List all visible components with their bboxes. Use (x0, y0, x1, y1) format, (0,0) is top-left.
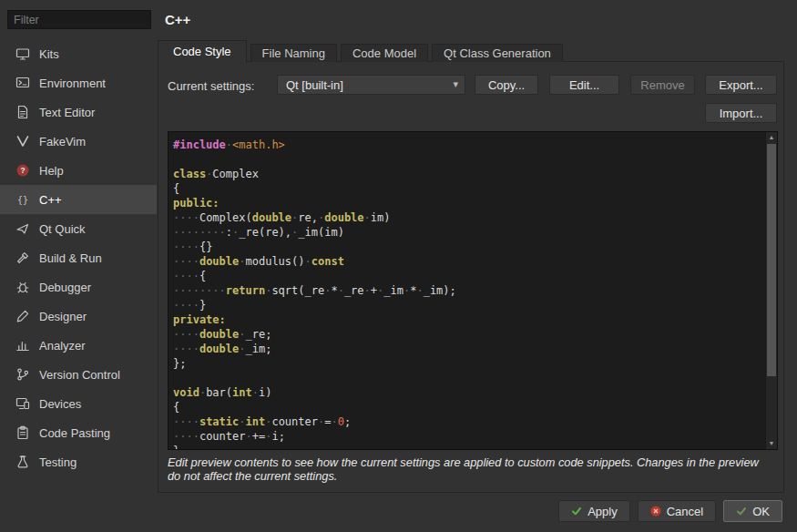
code-line: ····double·modulus()·const (173, 254, 765, 269)
sidebar-item-label: Analyzer (39, 339, 86, 353)
export-button[interactable]: Export... (705, 75, 777, 95)
sidebar-item-devices[interactable]: Devices (0, 389, 157, 418)
remove-button[interactable]: Remove (630, 75, 695, 95)
sidebar-item-label: Designer (39, 310, 87, 323)
designer-icon (15, 309, 30, 323)
ok-button-label: OK (752, 505, 770, 518)
settings-dropdown-value: Qt [built-in] (286, 78, 343, 92)
code-style-pane: Current settings: Qt [built-in] ▾ Copy..… (158, 61, 784, 493)
code-preview-editor[interactable]: #include·<math.h> class·Complex{public:·… (168, 131, 778, 450)
qt-quick-icon (15, 221, 30, 236)
code-line: ········:·_re(re),·_im(im) (173, 225, 765, 240)
kits-icon (15, 46, 30, 61)
page-title: C++ (165, 12, 190, 27)
apply-button-label: Apply (588, 505, 618, 518)
sidebar-item-cpp[interactable]: {}C++ (0, 185, 157, 214)
sidebar-item-label: Devices (39, 397, 81, 411)
sidebar-item-label: Qt Quick (39, 222, 86, 236)
tab-file-naming[interactable]: File Naming (250, 44, 337, 62)
code-line (173, 371, 765, 385)
help-icon: ? (15, 163, 30, 178)
current-settings-label: Current settings: (168, 79, 254, 93)
sidebar-item-label: Kits (39, 47, 59, 61)
code-line: ····{} (173, 240, 765, 254)
code-line: public: (173, 196, 765, 210)
scrollbar-down-icon[interactable]: ▼ (766, 438, 777, 449)
sidebar-item-label: Debugger (39, 281, 91, 294)
cancel-button[interactable]: Cancel (638, 500, 716, 522)
version-control-icon (15, 367, 30, 382)
sidebar-item-label: Testing (39, 455, 77, 469)
scrollbar-up-icon[interactable]: ▲ (766, 132, 777, 143)
sidebar: KitsEnvironmentText EditorFakeVim?Help{}… (0, 0, 158, 532)
sidebar-item-help[interactable]: ?Help (0, 156, 157, 185)
code-line: ····} (173, 298, 765, 312)
filter-input[interactable] (7, 10, 151, 29)
sidebar-item-analyzer[interactable]: Analyzer (0, 331, 157, 360)
code-line: } (173, 444, 765, 449)
devices-icon (15, 396, 30, 411)
sidebar-item-label: C++ (39, 193, 62, 207)
code-line: }; (173, 356, 765, 371)
sidebar-list: KitsEnvironmentText EditorFakeVim?Help{}… (0, 39, 157, 476)
copy-button[interactable]: Copy... (475, 75, 538, 95)
sidebar-item-label: Build & Run (39, 251, 102, 265)
settings-dropdown[interactable]: Qt [built-in] ▾ (277, 75, 465, 95)
sidebar-item-label: Code Pasting (39, 426, 110, 440)
options-dialog: { "header": { "title": "C++" }, "sidebar… (0, 0, 797, 532)
code-line: ····double·_im; (173, 342, 765, 356)
code-line: ····counter·+=·i; (173, 429, 765, 444)
code-preview-text[interactable]: #include·<math.h> class·Complex{public:·… (169, 132, 765, 449)
code-line: { (173, 181, 765, 196)
svg-text:{}: {} (17, 195, 28, 205)
preview-note: Edit preview contents to see how the cur… (168, 455, 772, 483)
editor-scrollbar[interactable]: ▲ ▼ (765, 132, 777, 449)
sidebar-item-fakevim[interactable]: FakeVim (0, 127, 157, 156)
code-line: private: (173, 312, 765, 327)
sidebar-item-version-control[interactable]: Version Control (0, 360, 157, 389)
ok-check-icon (736, 506, 747, 517)
debugger-icon (15, 280, 30, 294)
cpp-icon: {} (15, 192, 30, 207)
code-line: ····{ (173, 269, 765, 283)
sidebar-item-label: Environment (39, 77, 106, 90)
sidebar-item-debugger[interactable]: Debugger (0, 272, 157, 302)
build-run-icon (15, 251, 30, 265)
sidebar-item-qt-quick[interactable]: Qt Quick (0, 214, 157, 243)
code-line: void·bar(int·i) (173, 385, 765, 400)
dialog-buttons: Apply Cancel OK (558, 500, 782, 522)
apply-check-icon (571, 506, 582, 517)
tab-code-model[interactable]: Code Model (341, 44, 428, 62)
cancel-icon (650, 506, 661, 517)
code-pasting-icon (15, 425, 30, 440)
import-button[interactable]: Import... (705, 103, 777, 123)
sidebar-item-build-run[interactable]: Build & Run (0, 243, 157, 272)
tab-code-style[interactable]: Code Style (158, 40, 247, 63)
environment-icon (15, 76, 30, 90)
code-line: ····double·_re; (173, 327, 765, 342)
sidebar-item-code-pasting[interactable]: Code Pasting (0, 418, 157, 447)
sidebar-item-label: Text Editor (39, 106, 95, 119)
cancel-button-label: Cancel (667, 505, 703, 518)
apply-button[interactable]: Apply (558, 500, 630, 522)
sidebar-item-text-editor[interactable]: Text Editor (0, 97, 157, 127)
sidebar-item-label: FakeVim (39, 135, 86, 148)
ok-button[interactable]: OK (723, 500, 782, 522)
code-line: { (173, 400, 765, 414)
sidebar-item-testing[interactable]: Testing (0, 447, 157, 476)
edit-button[interactable]: Edit... (549, 75, 619, 95)
testing-icon (15, 455, 30, 469)
sidebar-item-label: Version Control (39, 368, 120, 382)
tab-bar: Code StyleFile NamingCode ModelQt Class … (158, 40, 563, 62)
sidebar-item-label: Help (39, 164, 64, 178)
scrollbar-thumb[interactable] (767, 144, 776, 376)
sidebar-item-kits[interactable]: Kits (0, 39, 157, 68)
chevron-down-icon: ▾ (453, 78, 458, 90)
sidebar-item-designer[interactable]: Designer (0, 302, 157, 331)
sidebar-item-environment[interactable]: Environment (0, 68, 157, 97)
code-line: #include·<math.h> (173, 138, 765, 152)
code-line: ········return·sqrt(_re·*·_re·+·_im·*·_i… (173, 283, 765, 298)
text-editor-icon (15, 105, 30, 119)
tab-qt-class-generation[interactable]: Qt Class Generation (432, 44, 563, 62)
code-line (173, 152, 765, 167)
